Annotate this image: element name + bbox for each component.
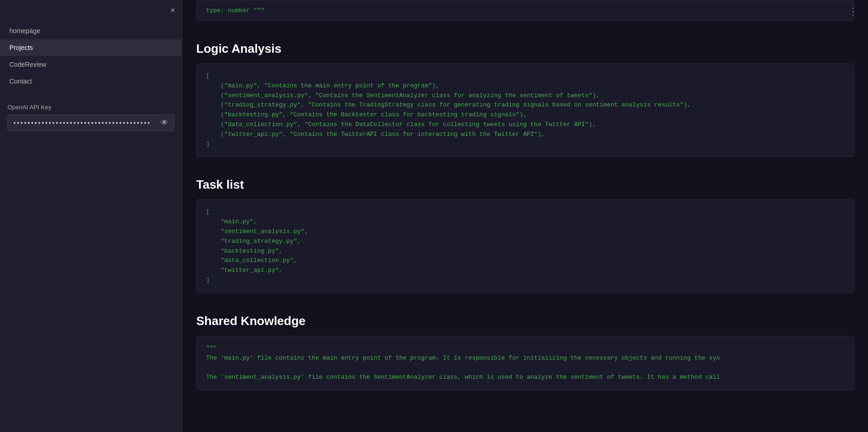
section-code-shared-knowledge: """ The 'main.py' file contains the main…	[196, 336, 854, 390]
section-code-logic-analysis: [ ("main.py", "Contains the main entry p…	[196, 64, 854, 157]
section-shared-knowledge: Shared Knowledge""" The 'main.py' file c…	[182, 305, 868, 390]
section-title-logic-analysis: Logic Analysis	[182, 32, 868, 64]
content-area: type: number """ Logic Analysis[ ("main.…	[182, 0, 868, 409]
section-logic-analysis: Logic Analysis[ ("main.py", "Contains th…	[182, 32, 868, 157]
api-key-input[interactable]	[8, 116, 155, 130]
sidebar-nav: homepageProjectsCodeReviewContact	[0, 22, 182, 90]
sidebar-item-codereview[interactable]: CodeReview	[0, 56, 182, 73]
sections-container: Logic Analysis[ ("main.py", "Contains th…	[182, 32, 868, 390]
section-title-shared-knowledge: Shared Knowledge	[182, 305, 868, 336]
sidebar-item-homepage[interactable]: homepage	[0, 22, 182, 39]
section-title-task-list: Task list	[182, 168, 868, 199]
section-task-list: Task list[ "main.py", "sentiment_analysi…	[182, 168, 868, 293]
api-key-label: OpenAI API Key	[7, 104, 174, 111]
sidebar: × homepageProjectsCodeReviewContact Open…	[0, 0, 182, 432]
more-options-button[interactable]: ⋮	[848, 6, 859, 17]
section-code-task-list: [ "main.py", "sentiment_analysis.py", "t…	[196, 199, 854, 293]
close-button[interactable]: ×	[170, 6, 175, 15]
sidebar-item-contact[interactable]: Contact	[0, 73, 182, 90]
api-key-toggle-button[interactable]: 👁	[155, 115, 174, 131]
main-content: ⋮ type: number """ Logic Analysis[ ("mai…	[182, 0, 868, 432]
sidebar-item-projects[interactable]: Projects	[0, 39, 182, 56]
top-code-block: type: number """	[196, 0, 854, 21]
api-key-section: OpenAI API Key 👁	[0, 104, 182, 131]
api-key-input-wrapper: 👁	[7, 114, 174, 131]
